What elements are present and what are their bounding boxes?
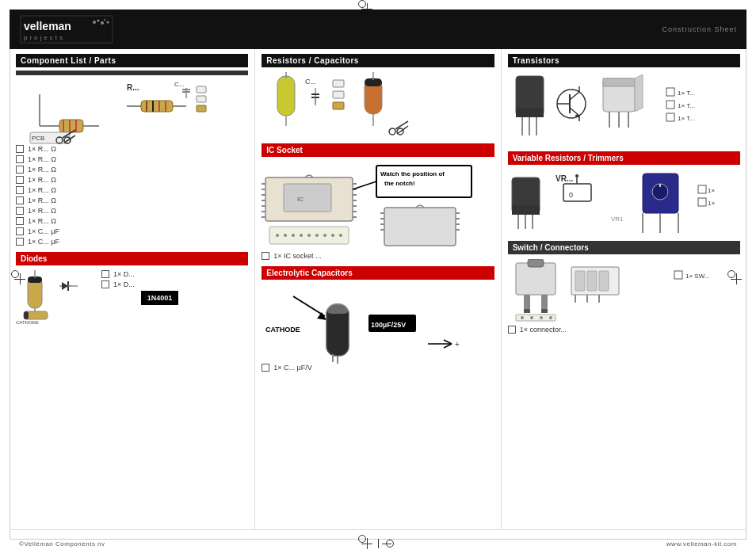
svg-rect-110 [326,304,349,314]
checkbox[interactable] [101,270,109,278]
checkbox[interactable] [262,252,269,260]
svg-text:100µF/25V: 100µF/25V [371,321,406,329]
col2-cb2: 1× C... μF/V [262,364,494,372]
svg-rect-170 [524,309,530,313]
col3-section1-title: Transistors [508,54,740,67]
checkbox[interactable] [16,207,24,215]
list-item: 1× R... Ω [16,196,248,204]
col2-elcap-title: Electrolytic Capacitors [262,266,494,280]
col2-ic-title: IC Socket [262,143,494,157]
svg-text:the notch!: the notch! [384,180,415,187]
svg-rect-56 [333,80,344,87]
checkbox[interactable] [16,166,24,174]
footer-left: ©Velleman Components nv [19,540,105,547]
col3-cb5: 1× connector... [508,326,740,334]
col2-cb1: 1× IC socket ... [262,252,494,260]
checkbox[interactable] [16,155,24,163]
svg-point-63 [389,128,395,135]
col3-transistor-illus: 1× T... 1× T... 1× T... [508,72,740,151]
svg-text:CATHODE: CATHODE [265,326,300,334]
svg-rect-82 [284,184,331,212]
checkbox[interactable] [16,176,24,184]
svg-text:velleman: velleman [24,20,71,32]
svg-rect-98 [384,208,456,246]
svg-text:1×: 1× [708,200,715,207]
svg-rect-184 [674,271,682,279]
svg-rect-166 [516,263,556,295]
svg-rect-57 [333,91,344,98]
svg-point-89 [276,234,279,237]
header: velleman projects Construction Sheet [10,10,746,49]
checkbox[interactable] [262,364,269,372]
svg-rect-139 [666,88,674,96]
svg-point-97 [339,234,342,237]
svg-marker-108 [317,312,326,320]
footer-right: www.velleman-kit.com [666,540,737,547]
svg-rect-178 [575,271,585,291]
svg-marker-43 [62,282,68,290]
checkbox[interactable] [101,280,109,288]
ic-socket-svg: IC Watch the position of the notch! [262,162,483,249]
svg-text:1×: 1× [708,187,715,194]
svg-rect-151 [512,205,540,215]
svg-point-96 [331,234,334,237]
col1-section1-title: Component List / Parts [16,54,248,67]
list-item: 1× R... Ω [16,176,248,184]
list-item: 1× R... Ω [16,186,248,194]
svg-line-135 [570,108,579,116]
elcap-svg: CATHODE 100µF/25V + [262,284,468,364]
col1-diodes-title: Diodes [16,252,248,265]
svg-rect-140 [666,101,674,109]
svg-point-5 [97,20,100,22]
list-item: 1× R... Ω [16,217,248,225]
diode-svg: CATHODE [16,270,95,326]
svg-text:0: 0 [569,191,573,199]
svg-line-87 [353,181,376,189]
crosshair-top [361,3,372,10]
list-item: 1× C... μF [16,238,248,246]
col1-resistor-illus: PCB R... C... [16,78,248,142]
checkbox[interactable] [16,227,24,235]
svg-text:CATHODE: CATHODE [16,320,39,325]
svg-rect-171 [541,309,548,313]
capacitor-resistor-svg: C... [262,72,468,143]
list-item: 1× R... Ω [16,155,248,163]
svg-text:IC: IC [297,196,304,203]
svg-point-174 [530,316,533,319]
checkbox[interactable] [16,238,24,246]
svg-point-94 [315,234,319,237]
svg-text:Watch the position of: Watch the position of [380,170,445,177]
svg-point-91 [292,234,295,237]
col2-elcap-illus: CATHODE 100µF/25V + [262,284,494,364]
svg-rect-47 [24,311,29,319]
svg-rect-121 [516,108,544,117]
col3-vr-title: Variable Resistors / Trimmers [508,151,740,165]
column-1: Component List / Parts PCB R... [10,49,255,529]
col2-section1-title: Resistors / Capacitors [262,54,494,67]
svg-point-95 [323,234,326,237]
checkbox[interactable] [16,145,24,153]
list-item: 1× R... Ω [16,145,248,153]
svg-line-134 [570,92,579,100]
footer-center [378,539,394,548]
transistor-svg: 1× T... 1× T... 1× T... [508,72,722,151]
list-item: 1× D... [101,270,135,278]
svg-rect-162 [698,185,706,193]
checkbox[interactable] [508,326,516,334]
checkbox[interactable] [16,217,24,225]
svg-text:projects: projects [24,34,65,41]
column-3: Transistors [502,49,746,529]
list-item: 1× R... Ω [16,166,248,174]
main-content: Component List / Parts PCB R... [10,49,746,529]
svg-rect-35 [197,96,206,102]
svg-point-90 [284,234,287,237]
checkbox[interactable] [16,186,24,194]
svg-point-93 [307,234,311,237]
checkbox[interactable] [16,196,24,204]
svg-text:1× T...: 1× T... [678,102,695,109]
list-item: 1× R... Ω [16,207,248,215]
column-2: Resistors / Capacitors C... [255,49,501,529]
svg-rect-168 [524,295,530,309]
resistor-svg: PCB R... C... [16,78,222,146]
col1-diode-black-label: 1N4001 [141,291,179,305]
